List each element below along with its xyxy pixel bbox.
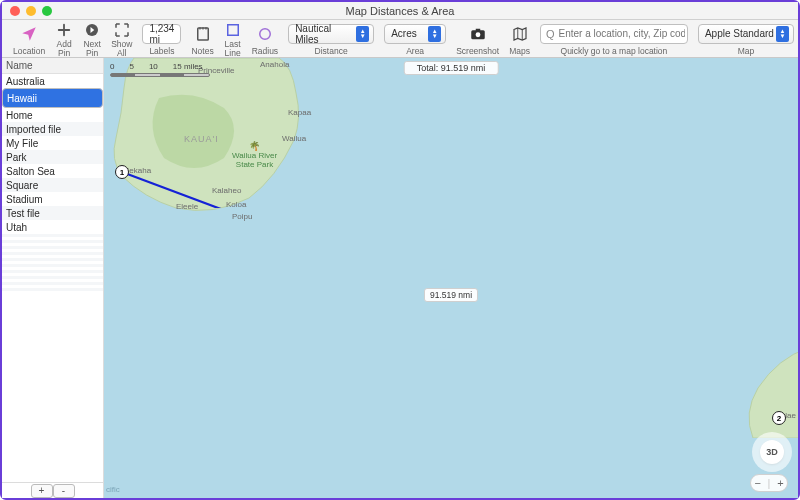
notes-button[interactable]	[194, 25, 212, 43]
zoom-out-button[interactable]: −	[754, 477, 760, 489]
map-canvas[interactable]: Anahola Princeville Kapaa KAUA'I Wailua …	[104, 58, 798, 498]
distance-unit-select[interactable]: Nautical Miles ▲▼	[288, 24, 374, 44]
distance-readout[interactable]: 1,234 mi	[142, 24, 181, 44]
sidebar-item[interactable]: Australia	[2, 74, 103, 88]
remove-item-button[interactable]: -	[53, 484, 75, 498]
select-arrows-icon: ▲▼	[428, 26, 441, 42]
sidebar-item[interactable]: Salton Sea	[2, 164, 103, 178]
sidebar-header[interactable]: Name	[2, 58, 103, 74]
sidebar: Name AustraliaHawaiiHomeImported fileMy …	[2, 58, 104, 498]
notes-label: Notes	[191, 47, 213, 56]
map-style-value: Apple Standard	[705, 28, 774, 39]
last-line-button[interactable]	[224, 21, 242, 39]
show-all-label: Show All	[111, 40, 132, 57]
svg-rect-2	[227, 24, 238, 35]
location-label: Location	[13, 47, 45, 56]
place-poipu: Poipu	[232, 212, 252, 221]
sidebar-item[interactable]: Stadium	[2, 192, 103, 206]
location-button[interactable]	[20, 25, 38, 43]
svg-rect-1	[197, 28, 208, 40]
select-arrows-icon: ▲▼	[776, 26, 789, 42]
segment-distance-label: 91.519 nmi	[424, 288, 478, 302]
next-pin-button[interactable]	[83, 21, 101, 39]
screenshot-button[interactable]	[469, 25, 487, 43]
map-style-label: Map	[738, 47, 755, 56]
svg-rect-6	[475, 29, 480, 31]
area-unit-select[interactable]: Acres ▲▼	[384, 24, 446, 44]
scale-tick: 0	[110, 62, 114, 71]
svg-point-3	[260, 29, 271, 40]
sidebar-item[interactable]: Park	[2, 150, 103, 164]
distance-label: Distance	[315, 47, 348, 56]
sidebar-item[interactable]: Test file	[2, 206, 103, 220]
sidebar-item[interactable]: My File	[2, 136, 103, 150]
sidebar-list: AustraliaHawaiiHomeImported fileMy FileP…	[2, 74, 103, 482]
screenshot-label: Screenshot	[456, 47, 499, 56]
add-pin-label: Add Pin	[55, 40, 73, 57]
scale-tick: 5	[129, 62, 133, 71]
select-arrows-icon: ▲▼	[356, 26, 369, 42]
distance-unit-value: Nautical Miles	[295, 23, 356, 45]
show-all-button[interactable]	[113, 21, 131, 39]
sidebar-item[interactable]: Home	[2, 108, 103, 122]
sidebar-item[interactable]	[2, 288, 103, 291]
pin-2[interactable]: 2	[772, 411, 786, 425]
measurement-line	[104, 58, 404, 208]
area-label: Area	[406, 47, 424, 56]
area-unit-value: Acres	[391, 28, 417, 39]
map-style-select[interactable]: Apple Standard ▲▼	[698, 24, 794, 44]
toolbar: Location Add Pin Next Pin Show All 1,234…	[2, 20, 798, 58]
map-zoom-control: − | +	[750, 474, 788, 492]
map-3d-toggle[interactable]: 3D	[760, 440, 784, 464]
search-input[interactable]	[558, 28, 685, 39]
zoom-in-button[interactable]: +	[777, 477, 783, 489]
search-icon: Q	[546, 28, 555, 40]
maps-label: Maps	[509, 47, 530, 56]
ocean-label-fragment: cific	[106, 485, 120, 494]
sidebar-item[interactable]: Square	[2, 178, 103, 192]
search-hint-label: Quickly go to a map location	[561, 47, 668, 56]
titlebar: Map Distances & Area	[2, 2, 798, 20]
maps-button[interactable]	[511, 25, 529, 43]
total-distance-label: Total: 91.519 nmi	[404, 61, 499, 75]
last-line-label: Last Line	[224, 40, 242, 57]
svg-point-5	[475, 32, 480, 37]
radius-label: Radius	[252, 47, 278, 56]
add-pin-button[interactable]	[55, 21, 73, 39]
labels-label: Labels	[149, 47, 174, 56]
next-pin-label: Next Pin	[83, 40, 101, 57]
sidebar-item[interactable]: Hawaii	[2, 88, 103, 108]
pin-1[interactable]: 1	[115, 165, 129, 179]
sidebar-item[interactable]: Imported file	[2, 122, 103, 136]
map-scale: 051015 miles	[110, 62, 210, 77]
scale-tick: 15 miles	[173, 62, 203, 71]
svg-line-9	[122, 172, 404, 208]
add-item-button[interactable]: +	[31, 484, 53, 498]
window-title: Map Distances & Area	[2, 5, 798, 17]
island-oahu-fragment	[738, 348, 798, 438]
radius-button[interactable]	[256, 25, 274, 43]
scale-tick: 10	[149, 62, 158, 71]
sidebar-item[interactable]: Utah	[2, 220, 103, 234]
location-search[interactable]: Q	[540, 24, 688, 44]
